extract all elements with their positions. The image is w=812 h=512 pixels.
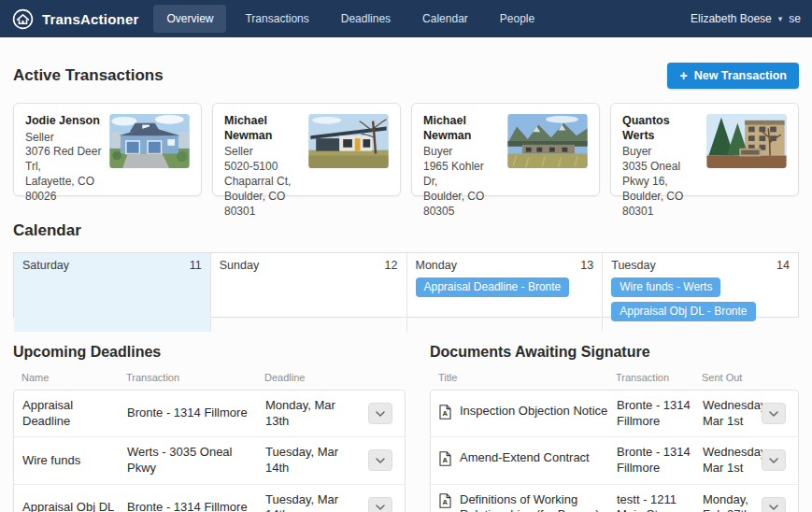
- property-address: 3035 Oneal Pkwy 16,Boulder, CO 80301: [622, 160, 699, 219]
- address-line: Chaparral Ct,: [224, 175, 301, 190]
- day-name: Monday: [416, 259, 457, 272]
- calendar-day-cell[interactable]: Tuesday 14 Wire funds - WertsAppraisal O…: [602, 253, 798, 332]
- brand-name: TransActioner: [42, 11, 138, 27]
- nav-item-overview[interactable]: Overview: [153, 5, 226, 33]
- property-photo: [308, 114, 389, 168]
- nav-item-people[interactable]: People: [487, 5, 548, 33]
- row-actions-dropdown-button[interactable]: [762, 403, 786, 424]
- address-line: Lafayette, CO 80026: [25, 175, 102, 205]
- day-number: 14: [776, 259, 790, 272]
- deadlines-table-header: Name Transaction Deadline: [13, 372, 406, 383]
- transaction-card[interactable]: Jodie Jenson Seller 3076 Red Deer Trl,La…: [13, 103, 202, 196]
- client-role: Buyer: [622, 145, 699, 160]
- row-actions-dropdown-button[interactable]: [762, 449, 786, 471]
- column-header: Name: [21, 372, 126, 383]
- active-transactions-title: Active Transactions: [13, 66, 164, 85]
- nav-item-deadlines[interactable]: Deadlines: [328, 5, 404, 33]
- deadline-name: Appraisal Obj DL: [22, 500, 127, 512]
- transaction-card[interactable]: Quantos Werts Buyer 3035 Oneal Pkwy 16,B…: [610, 103, 799, 196]
- property-address: 5020-5100Chaparral Ct,Boulder, CO 80301: [224, 160, 301, 219]
- column-header: Transaction: [616, 372, 702, 383]
- calendar-event[interactable]: Appraisal Deadline - Bronte: [416, 277, 570, 297]
- documents-awaiting-title: Documents Awaiting Signature: [430, 344, 799, 361]
- property-address: 1965 Kohler Dr,Boulder, CO 80305: [423, 160, 500, 219]
- row-actions-dropdown-button[interactable]: [368, 449, 392, 471]
- document-title: Definitions of Working Relationships (fo…: [460, 492, 609, 512]
- calendar-day-cell[interactable]: Monday 13 Appraisal Deadline - Bronte: [406, 253, 603, 332]
- column-header: Sent Out: [702, 372, 762, 383]
- calendar-day-cell[interactable]: Sunday 12: [210, 253, 406, 332]
- plus-icon: +: [679, 69, 687, 82]
- upcoming-deadlines-title: Upcoming Deadlines: [13, 344, 406, 361]
- deadline-transaction: Bronte - 1314 Fillmore: [127, 500, 265, 512]
- truncated-right-text: se: [789, 12, 801, 25]
- document-sent-out: Wednesday, Mar 1st: [703, 445, 762, 476]
- client-role: Seller: [25, 131, 102, 146]
- day-number: 11: [190, 259, 202, 272]
- document-title: Amend-Extend Contract: [460, 450, 590, 466]
- day-name: Saturday: [22, 259, 69, 272]
- nav-item-transactions[interactable]: Transactions: [232, 5, 321, 33]
- column-header: Transaction: [126, 372, 264, 383]
- address-line: Boulder, CO 80301: [224, 190, 301, 220]
- client-name: Quantos Werts: [622, 114, 699, 143]
- calendar-event[interactable]: Wire funds - Werts: [611, 277, 720, 297]
- day-number: 13: [580, 259, 593, 272]
- row-actions-dropdown-button[interactable]: [368, 497, 392, 512]
- property-photo: [109, 114, 190, 168]
- deadline-date: Monday, Mar 13th: [265, 398, 368, 429]
- day-name: Tuesday: [611, 259, 655, 272]
- property-address: 3076 Red Deer Trl,Lafayette, CO 80026: [25, 145, 102, 204]
- pdf-file-icon: A: [439, 405, 451, 424]
- calendar-day-cell[interactable]: Saturday 11: [14, 253, 210, 332]
- deadline-name: Appraisal Deadline: [22, 398, 127, 429]
- client-role: Buyer: [423, 145, 500, 160]
- house-logo-icon: [11, 7, 35, 31]
- day-events: Appraisal Deadline - Bronte: [416, 277, 594, 297]
- address-line: Boulder, CO 80305: [423, 190, 500, 220]
- property-photo: [706, 114, 787, 168]
- transaction-card[interactable]: Michael Newman Seller 5020-5100Chaparral…: [212, 103, 401, 196]
- main-nav: OverviewTransactionsDeadlinesCalendarPeo…: [153, 5, 548, 33]
- chevron-down-icon: [769, 411, 778, 417]
- column-header: Title: [438, 372, 616, 383]
- document-transaction: Bronte - 1314 Fillmore: [617, 445, 703, 476]
- document-row: A Inspection Objection Notice Bronte - 1…: [431, 391, 798, 436]
- address-line: 3076 Red Deer Trl,: [25, 145, 102, 175]
- client-name: Jodie Jenson: [25, 114, 102, 129]
- deadline-date: Tuesday, Mar 14th: [265, 492, 368, 512]
- brand[interactable]: TransActioner: [11, 7, 138, 31]
- deadlines-table: Appraisal Deadline Bronte - 1314 Fillmor…: [13, 390, 406, 512]
- documents-table-header: Title Transaction Sent Out: [430, 372, 799, 383]
- calendar-title: Calendar: [13, 221, 81, 240]
- document-sent-out: Monday, Feb 27th: [703, 492, 762, 512]
- client-role: Seller: [224, 145, 301, 160]
- caret-down-icon[interactable]: ▾: [778, 14, 783, 23]
- document-transaction: Bronte - 1314 Fillmore: [617, 398, 703, 429]
- nav-item-calendar[interactable]: Calendar: [409, 5, 481, 33]
- deadline-name: Wire funds: [22, 453, 127, 469]
- deadline-row: Wire funds Werts - 3035 Oneal Pkwy Tuesd…: [14, 436, 405, 483]
- pdf-file-icon: A: [439, 493, 451, 512]
- svg-text:A: A: [442, 409, 448, 418]
- calendar-event[interactable]: Appraisal Obj DL - Bronte: [611, 302, 755, 321]
- deadline-row: Appraisal Deadline Bronte - 1314 Fillmor…: [14, 391, 405, 436]
- day-name: Sunday: [220, 259, 259, 272]
- row-actions-dropdown-button[interactable]: [368, 403, 392, 424]
- row-actions-dropdown-button[interactable]: [762, 497, 786, 512]
- transaction-card[interactable]: Michael Newman Buyer 1965 Kohler Dr,Boul…: [411, 103, 600, 196]
- document-row: A Amend-Extend Contract Bronte - 1314 Fi…: [431, 436, 798, 483]
- user-menu[interactable]: Elizabeth Boese: [691, 12, 772, 25]
- new-transaction-button[interactable]: + New Transaction: [667, 63, 799, 89]
- client-name: Michael Newman: [224, 114, 301, 143]
- address-line: Boulder, CO 80301: [622, 190, 699, 220]
- address-line: 3035 Oneal Pkwy 16,: [622, 160, 699, 190]
- property-photo: [507, 114, 588, 168]
- calendar-week-strip: Saturday 11 Sunday 12 Monday 13 Appraisa…: [13, 252, 799, 318]
- column-header: Deadline: [264, 372, 369, 383]
- address-line: 5020-5100: [224, 160, 301, 175]
- transaction-cards: Jodie Jenson Seller 3076 Red Deer Trl,La…: [13, 103, 799, 196]
- chevron-down-icon: [376, 505, 385, 510]
- pdf-file-icon: A: [439, 451, 451, 471]
- day-number: 12: [385, 259, 398, 272]
